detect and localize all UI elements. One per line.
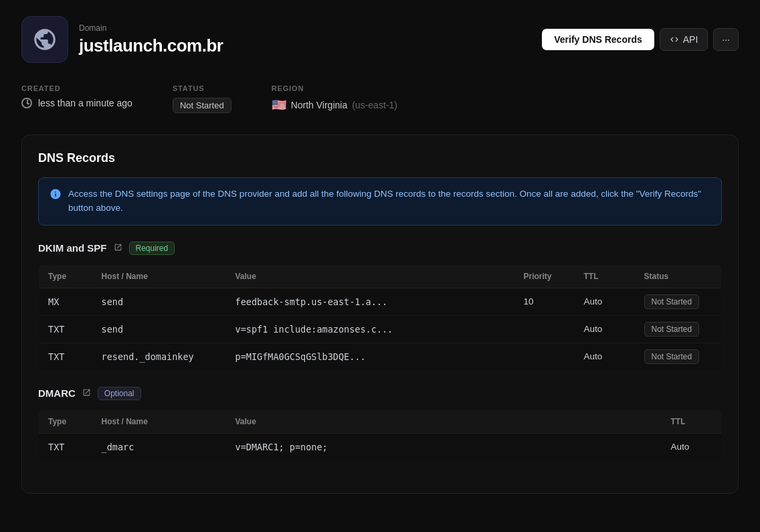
- domain-info: Domain justlaunch.com.br: [79, 23, 223, 56]
- col-host-header: Host / Name: [92, 264, 226, 288]
- cell-host: send: [92, 315, 226, 343]
- cell-value: v=spf1 include:amazonses.c...: [226, 315, 514, 343]
- meta-row: CREATED less than a minute ago STATUS No…: [21, 84, 739, 113]
- status-meta: STATUS Not Started: [173, 84, 231, 113]
- cell-host: send: [92, 288, 226, 315]
- cell-value: feedback-smtp.us-east-1.a...: [226, 288, 514, 315]
- col-ttl-header: TTL: [575, 264, 635, 288]
- status-label: STATUS: [173, 84, 231, 92]
- region-label: REGION: [272, 84, 397, 92]
- created-meta: CREATED less than a minute ago: [21, 84, 132, 108]
- cell-type: TXT: [39, 433, 92, 460]
- cell-status: Not Started: [635, 343, 722, 370]
- dmarc-col-host-header: Host / Name: [92, 410, 226, 433]
- cell-status: Not Started: [635, 315, 722, 343]
- dkim-spf-title: DKIM and SPF: [38, 242, 107, 254]
- cell-ttl: Auto: [575, 288, 635, 315]
- region-code: (us-east-1): [352, 100, 397, 110]
- col-value-header: Value: [226, 264, 514, 288]
- cell-priority: [514, 343, 575, 370]
- more-button[interactable]: ···: [713, 28, 739, 51]
- created-value: less than a minute ago: [21, 98, 132, 108]
- dmarc-header-row: Type Host / Name Value TTL: [39, 410, 722, 433]
- cell-type: TXT: [39, 315, 92, 343]
- cell-type: TXT: [39, 343, 92, 370]
- api-button[interactable]: API: [660, 28, 708, 51]
- verify-dns-button[interactable]: Verify DNS Records: [542, 29, 654, 50]
- api-label: API: [683, 34, 698, 45]
- cell-ttl: Auto: [575, 315, 635, 343]
- region-flag: 🇺🇸: [272, 98, 286, 112]
- dmarc-col-type-header: Type: [39, 410, 92, 433]
- cell-type: MX: [39, 288, 92, 315]
- col-priority-header: Priority: [514, 264, 575, 288]
- dmarc-col-value-header: Value: [226, 410, 662, 433]
- dkim-spf-table: Type Host / Name Value Priority TTL Stat…: [38, 264, 722, 371]
- dmarc-header: DMARC Optional: [38, 387, 722, 400]
- domain-icon: [21, 16, 68, 63]
- dmarc-col-ttl-header: TTL: [662, 410, 722, 433]
- cell-value: v=DMARC1; p=none;: [226, 433, 662, 460]
- domain-name: justlaunch.com.br: [79, 35, 223, 56]
- created-label: CREATED: [21, 84, 132, 92]
- cell-host: _dmarc: [92, 433, 226, 460]
- dkim-spf-header: DKIM and SPF Required: [38, 242, 722, 255]
- dmarc-optional-badge: Optional: [98, 387, 141, 400]
- dmarc-table: Type Host / Name Value TTL TXT _dmarc v=…: [38, 410, 722, 461]
- cell-priority: [514, 315, 575, 343]
- info-box: Access the DNS settings page of the DNS …: [38, 177, 722, 226]
- region-value: 🇺🇸 North Virginia (us-east-1): [272, 98, 397, 112]
- globe-icon: [32, 27, 58, 52]
- domain-label: Domain: [79, 23, 223, 33]
- region-meta: REGION 🇺🇸 North Virginia (us-east-1): [272, 84, 397, 112]
- cell-ttl: Auto: [662, 433, 722, 460]
- col-status-header: Status: [635, 264, 722, 288]
- domain-identity: Domain justlaunch.com.br: [21, 16, 223, 63]
- cell-status: Not Started: [635, 288, 722, 315]
- cell-host: resend._domainkey: [92, 343, 226, 370]
- dns-records-card: DNS Records Access the DNS settings page…: [21, 135, 739, 494]
- status-badge: Not Started: [173, 98, 231, 113]
- cell-value: p=MIGfMA0GCSqGSlb3DQE...: [226, 343, 514, 370]
- dmarc-link-icon[interactable]: [82, 388, 91, 399]
- dmarc-title: DMARC: [38, 387, 76, 399]
- dns-card-title: DNS Records: [38, 151, 722, 165]
- col-type-header: Type: [39, 264, 92, 288]
- header-actions: Verify DNS Records API ···: [542, 28, 739, 51]
- dkim-spf-header-row: Type Host / Name Value Priority TTL Stat…: [39, 264, 722, 288]
- cell-priority: 10: [514, 288, 575, 315]
- info-icon: [50, 188, 62, 205]
- code-icon: [670, 35, 679, 44]
- clock-icon: [21, 98, 32, 108]
- dkim-spf-link-icon[interactable]: [114, 243, 122, 254]
- status-value: Not Started: [173, 98, 231, 113]
- table-row: TXT _dmarc v=DMARC1; p=none; Auto: [39, 433, 722, 460]
- region-name: North Virginia: [291, 100, 348, 110]
- dkim-required-badge: Required: [129, 242, 175, 255]
- table-row: TXT resend._domainkey p=MIGfMA0GCSqGSlb3…: [39, 343, 722, 370]
- table-row: TXT send v=spf1 include:amazonses.c... A…: [39, 315, 722, 343]
- cell-ttl: Auto: [575, 343, 635, 370]
- table-row: MX send feedback-smtp.us-east-1.a... 10 …: [39, 288, 722, 315]
- info-text: Access the DNS settings page of the DNS …: [68, 187, 710, 215]
- created-text: less than a minute ago: [38, 98, 132, 108]
- page-header: Domain justlaunch.com.br Verify DNS Reco…: [21, 16, 739, 63]
